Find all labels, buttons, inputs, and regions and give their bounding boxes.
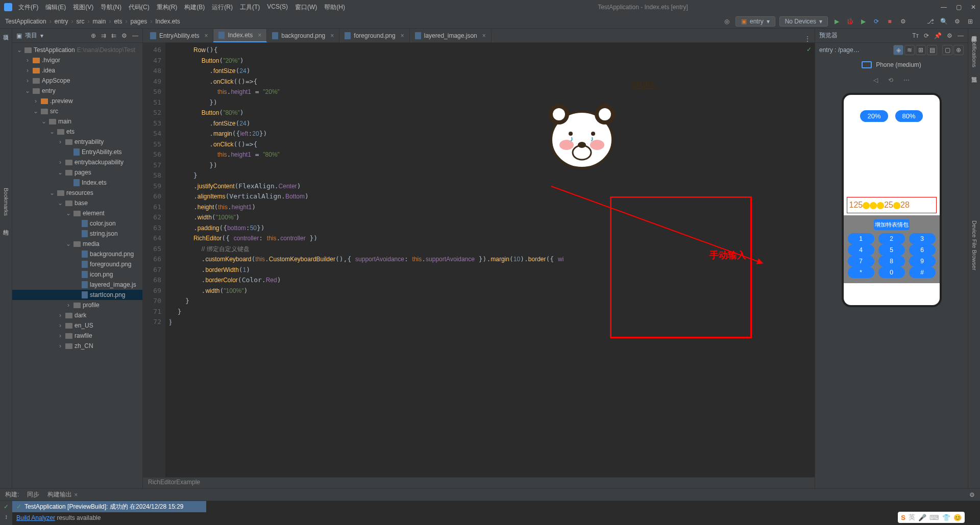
- tab-close-icon[interactable]: ×: [258, 32, 261, 39]
- back-icon[interactable]: ◁: [873, 77, 878, 84]
- kb-key[interactable]: 2: [878, 233, 905, 244]
- tree-row[interactable]: Index.ets: [12, 178, 142, 188]
- crop-icon[interactable]: ▢: [942, 45, 952, 55]
- close-icon[interactable]: ✕: [971, 4, 976, 11]
- menu-item[interactable]: 构建(B): [184, 3, 205, 12]
- bookmarks-tool[interactable]: Bookmarks: [3, 188, 9, 216]
- editor-tab[interactable]: Index.ets×: [213, 29, 267, 42]
- phone-80-button[interactable]: 80%: [895, 110, 923, 122]
- attach-icon[interactable]: ⟳: [872, 17, 881, 26]
- tree-row[interactable]: ›.preview: [12, 96, 142, 106]
- crumb-item[interactable]: main: [92, 18, 106, 25]
- crumb-item[interactable]: src: [76, 18, 84, 25]
- ime-indicator[interactable]: S 英🎤⌨👕😊: [898, 512, 965, 523]
- device-browser-tool[interactable]: Device File Browser: [971, 220, 977, 270]
- tree-row[interactable]: ⌄base: [12, 198, 142, 208]
- kb-key[interactable]: 4: [848, 244, 874, 256]
- coverage-icon[interactable]: ▶: [859, 17, 868, 26]
- tree-row[interactable]: EntryAbility.ets: [12, 147, 142, 157]
- run-icon[interactable]: ▶: [832, 17, 841, 26]
- minimize-icon[interactable]: —: [941, 4, 947, 11]
- tree-row[interactable]: ⌄entry: [12, 86, 142, 96]
- kb-key[interactable]: *: [848, 267, 874, 278]
- build-tab[interactable]: 构建:: [5, 490, 19, 499]
- device-dropdown[interactable]: No Devices▾: [779, 16, 828, 27]
- refresh-icon[interactable]: ⟳: [924, 32, 929, 39]
- tab-close-icon[interactable]: ×: [401, 32, 404, 39]
- kb-key[interactable]: 1: [848, 233, 874, 244]
- more-icon[interactable]: ⋯: [903, 77, 910, 84]
- target-icon[interactable]: ◎: [722, 17, 731, 26]
- menu-item[interactable]: VCS(S): [267, 3, 288, 12]
- tree-row[interactable]: ›entrybackupability: [12, 157, 142, 167]
- tab-close-icon[interactable]: ×: [204, 32, 208, 39]
- kb-key[interactable]: #: [909, 267, 936, 278]
- tree-row[interactable]: ›zh_CN: [12, 341, 142, 351]
- build-gear-icon[interactable]: ⚙: [969, 491, 975, 498]
- menu-item[interactable]: 重构(R): [157, 3, 178, 12]
- tree-row[interactable]: foreground.png: [12, 259, 142, 269]
- tabs-more-icon[interactable]: ⋮: [800, 35, 815, 42]
- tree-row[interactable]: ⌄pages: [12, 167, 142, 178]
- menu-item[interactable]: 编辑(E): [45, 3, 66, 12]
- crumb-item[interactable]: pages: [130, 18, 147, 25]
- editor-tab[interactable]: EntryAbility.ets×: [145, 29, 213, 42]
- menu-item[interactable]: 工具(T): [240, 3, 260, 12]
- editor-tab[interactable]: layered_image.json×: [410, 29, 492, 42]
- build-output-tab[interactable]: 构建输出×: [47, 490, 78, 499]
- editor-tab[interactable]: foreground.png×: [339, 29, 409, 42]
- tree-row[interactable]: icon.png: [12, 269, 142, 280]
- hide-icon[interactable]: —: [958, 32, 964, 39]
- tree-row[interactable]: ›dark: [12, 310, 142, 320]
- tree-row[interactable]: background.png: [12, 249, 142, 259]
- mode-1-icon[interactable]: ◈: [893, 45, 903, 55]
- kb-key[interactable]: 5: [878, 244, 905, 256]
- expand-icon[interactable]: ⇉: [101, 32, 106, 39]
- mode-3-icon[interactable]: ⊞: [916, 45, 926, 55]
- tree-row[interactable]: ›en_US: [12, 320, 142, 331]
- tree-row[interactable]: layered_image.js: [12, 280, 142, 290]
- build-analyzer-link[interactable]: Build Analyzer: [16, 514, 55, 521]
- menu-item[interactable]: 导航(N): [101, 3, 121, 12]
- tab-close-icon[interactable]: ×: [482, 32, 486, 39]
- kb-key[interactable]: 7: [848, 256, 874, 267]
- tree-row[interactable]: ›entryability: [12, 137, 142, 147]
- kb-key[interactable]: 3: [909, 233, 936, 244]
- menu-item[interactable]: 文件(F): [18, 3, 38, 12]
- tree-row[interactable]: ›rawfile: [12, 331, 142, 341]
- run-config-dropdown[interactable]: ▣entry▾: [736, 16, 775, 27]
- settings-icon[interactable]: ⚙: [121, 32, 127, 39]
- menu-item[interactable]: 视图(V): [73, 3, 93, 12]
- project-tree[interactable]: ⌄TestApplicationE:\nana\Desktop\Test›.hv…: [12, 43, 142, 488]
- tree-row[interactable]: ⌄resources: [12, 188, 142, 198]
- search-icon[interactable]: 🔍: [939, 17, 948, 26]
- sync-tab[interactable]: 同步: [27, 490, 39, 499]
- hide-icon[interactable]: —: [132, 32, 138, 39]
- phone-rich-editor[interactable]: 1252528: [847, 197, 937, 213]
- kb-key[interactable]: 6: [909, 244, 936, 256]
- crumb-item[interactable]: entry: [55, 18, 68, 25]
- kb-key[interactable]: 9: [909, 256, 936, 267]
- git-icon[interactable]: ⎇: [926, 17, 935, 26]
- rotate-icon[interactable]: ⟲: [888, 77, 893, 84]
- kb-header-button[interactable]: 增加特表情包: [874, 219, 910, 230]
- kb-key[interactable]: 0: [878, 267, 905, 278]
- menu-item[interactable]: 运行(R): [212, 3, 233, 12]
- debug-icon[interactable]: 🐞: [845, 17, 854, 26]
- maximize-icon[interactable]: ▢: [956, 4, 962, 11]
- collapse-icon[interactable]: ⇇: [111, 32, 116, 39]
- tree-row[interactable]: string.json: [12, 229, 142, 239]
- crumb-item[interactable]: TestApplication: [5, 18, 46, 25]
- tree-row[interactable]: ⌄main: [12, 116, 142, 127]
- build-status-line[interactable]: ✓TestApplication [PreviewBuild]: 成功的 在20…: [12, 501, 206, 512]
- tree-row[interactable]: startIcon.png: [12, 290, 142, 300]
- tree-row[interactable]: ⌄element: [12, 208, 142, 218]
- select-opened-icon[interactable]: ⊕: [91, 32, 96, 39]
- crumb-item[interactable]: Index.ets: [155, 18, 180, 25]
- tree-row[interactable]: ⌄src: [12, 106, 142, 116]
- tree-row[interactable]: ›profile: [12, 300, 142, 310]
- kb-key[interactable]: 8: [878, 256, 905, 267]
- tree-row[interactable]: ⌄ets: [12, 127, 142, 137]
- tree-row[interactable]: ›AppScope: [12, 76, 142, 86]
- tree-row[interactable]: ⌄TestApplicationE:\nana\Desktop\Test: [12, 45, 142, 55]
